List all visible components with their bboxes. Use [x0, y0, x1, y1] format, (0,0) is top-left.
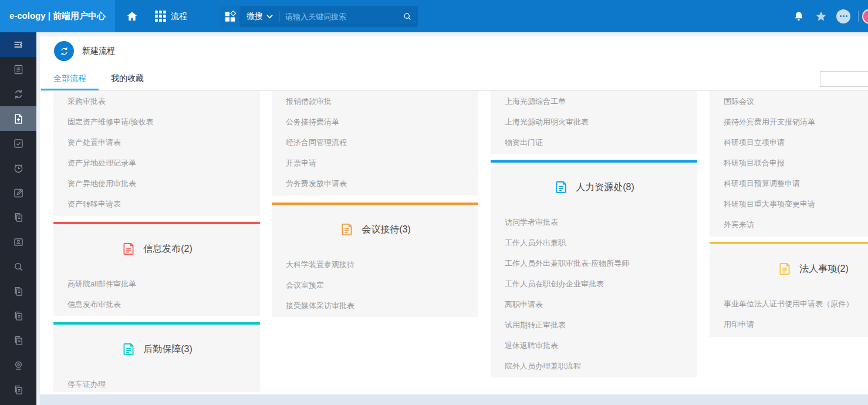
- process-link[interactable]: 接受媒体采访审批表: [272, 295, 478, 316]
- documents-copy-icon: [12, 211, 25, 224]
- more-options-icon[interactable]: [832, 9, 855, 23]
- process-link[interactable]: 外宾来访: [710, 214, 868, 235]
- tab-my-favorites[interactable]: 我的收藏: [99, 66, 156, 90]
- sidebar-item-documents-1[interactable]: [0, 205, 36, 230]
- sidebar-item-tasks[interactable]: [0, 131, 36, 156]
- sidebar-item-contacts[interactable]: [0, 230, 36, 254]
- category-header: 法人事项(2): [710, 244, 868, 293]
- process-link[interactable]: 开票申请: [272, 153, 478, 173]
- category-card-hr: 人力资源处(8) 访问学者审批表 工作人员外出兼职 工作人员外出兼职审批表-应物…: [491, 160, 697, 377]
- main-area: 新建流程 全部流程 我的收藏 采购审批表 固定资产维修申请/验收表 资产处置申请…: [36, 32, 868, 405]
- sidebar-item-document-list[interactable]: [0, 57, 36, 82]
- process-link[interactable]: 工作人员外出兼职审批表-应物所导师: [491, 253, 697, 274]
- search-scope-dropdown[interactable]: 微搜: [239, 11, 279, 22]
- search-scope-label: 微搜: [246, 11, 263, 22]
- process-link[interactable]: 上海光源动用明火审批表: [491, 112, 697, 132]
- process-link[interactable]: 公务接待费清单: [272, 112, 478, 132]
- process-link[interactable]: 工作人员外出兼职: [491, 232, 697, 253]
- search-input[interactable]: [279, 12, 397, 21]
- category-header: 人力资源处(8): [491, 163, 697, 212]
- tab-all-processes[interactable]: 全部流程: [41, 66, 99, 90]
- process-link[interactable]: 接待外宾费用开支报销清单: [710, 112, 868, 132]
- process-link[interactable]: 资产异地使用审批表: [53, 173, 260, 194]
- sidebar-item-documents-4[interactable]: [0, 328, 36, 353]
- task-check-icon: [12, 137, 25, 150]
- notifications-bell-icon[interactable]: [788, 11, 810, 22]
- tab-bar: 全部流程 我的收藏: [40, 66, 868, 91]
- process-link[interactable]: 工作人员在职创办企业审批表: [491, 274, 697, 294]
- sidebar: [0, 32, 36, 405]
- process-link[interactable]: 离职申请表: [491, 294, 697, 315]
- process-link[interactable]: 劳务费发放申请表: [272, 173, 478, 194]
- documents-copy-icon: [12, 335, 25, 347]
- process-link[interactable]: 科研项目立项申请: [710, 132, 868, 153]
- document-list-icon: [12, 63, 25, 76]
- process-link[interactable]: 上海光源综合工单: [491, 91, 697, 112]
- process-link[interactable]: 会议室预定: [272, 275, 478, 295]
- user-avatar[interactable]: [862, 9, 868, 24]
- category-header: 信息发布(2): [53, 224, 260, 274]
- topbar: e-cology | 前端用户中心 流程 微搜: [0, 0, 868, 32]
- process-link[interactable]: 采购审批表: [53, 91, 260, 112]
- sidebar-item-documents-2[interactable]: [0, 279, 36, 303]
- nav-workflow[interactable]: 流程: [153, 11, 190, 22]
- process-link[interactable]: 经济合同管理流程: [272, 132, 478, 153]
- process-link[interactable]: 试用期转正审批表: [491, 315, 697, 335]
- process-link[interactable]: 固定资产维修申请/验收表: [53, 112, 260, 132]
- edit-icon: [12, 187, 25, 199]
- process-link[interactable]: 退休返聘审批表: [491, 335, 697, 356]
- process-link[interactable]: 院外人员办理兼职流程: [491, 356, 697, 376]
- documents-copy-icon: [12, 384, 25, 396]
- process-link[interactable]: 资产转移申请表: [53, 194, 260, 214]
- process-link[interactable]: 信息发布审批表: [53, 294, 260, 315]
- process-list-content: 采购审批表 固定资产维修申请/验收表 资产处置申请表 资产异地处理记录单 资产异…: [40, 91, 868, 392]
- category-header: 会议接待(3): [272, 205, 478, 254]
- micro-apps-icon[interactable]: [220, 6, 239, 27]
- sidebar-item-documents-3[interactable]: [0, 303, 36, 328]
- page-title: 新建流程: [82, 46, 115, 56]
- process-link[interactable]: 资产异地处理记录单: [53, 153, 260, 173]
- process-link[interactable]: 事业单位法人证书使用申请表（原件）: [710, 293, 868, 314]
- bottom-scroll-strip[interactable]: [40, 394, 868, 405]
- favorites-star-icon[interactable]: [810, 10, 832, 23]
- category-card-meeting: 会议接待(3) 大科学装置参观接待 会议室预定 接受媒体采访审批表: [272, 203, 478, 317]
- document-icon: [121, 342, 136, 357]
- process-link[interactable]: 报销借款审批: [272, 91, 478, 112]
- category-card-logistics: 后勤保障(3) 停车证办理: [53, 322, 260, 392]
- category-card-information: 信息发布(2) 高研院all邮件审批单 信息发布审批表: [53, 222, 260, 316]
- search-icon: [12, 261, 25, 273]
- process-link[interactable]: 访问学者审批表: [491, 212, 697, 232]
- document-icon: [777, 261, 792, 276]
- process-link[interactable]: 国际会议: [710, 91, 868, 112]
- app-logo[interactable]: e-cology | 前端用户中心: [0, 0, 115, 32]
- document-icon: [553, 180, 569, 195]
- topbar-divider: [858, 11, 859, 22]
- sync-icon: [12, 88, 25, 100]
- process-link[interactable]: 用印申请: [710, 314, 868, 335]
- sidebar-item-search[interactable]: [0, 254, 36, 279]
- category-title: 后勤保障(3): [143, 343, 192, 356]
- search-icon[interactable]: [397, 11, 418, 22]
- sidebar-item-documents-5[interactable]: [0, 377, 36, 402]
- workflow-sync-icon: [54, 41, 74, 61]
- process-link[interactable]: 物资出门证: [491, 132, 697, 153]
- sidebar-collapse-button[interactable]: [0, 32, 36, 57]
- process-link[interactable]: 停车证办理: [53, 374, 260, 392]
- process-card: 采购审批表 固定资产维修申请/验收表 资产处置申请表 资产异地处理记录单 资产异…: [53, 91, 260, 216]
- process-link[interactable]: 科研项目联合申报: [710, 153, 868, 173]
- chevron-down-icon: [266, 14, 273, 19]
- id-card-icon: [12, 236, 25, 248]
- sidebar-item-sync[interactable]: [0, 82, 36, 106]
- sidebar-item-monitor[interactable]: [0, 353, 36, 377]
- process-link[interactable]: 科研项目重大事项变更申请: [710, 194, 868, 214]
- process-link[interactable]: 大科学装置参观接待: [272, 254, 478, 275]
- home-button[interactable]: [123, 10, 141, 23]
- process-link[interactable]: 资产处置申请表: [53, 132, 260, 153]
- process-link[interactable]: 高研院all邮件审批单: [53, 274, 260, 294]
- process-link[interactable]: 科研项目预算调整申请: [710, 173, 868, 194]
- category-title: 人力资源处(8): [576, 181, 634, 194]
- sidebar-item-new-workflow[interactable]: [0, 106, 36, 131]
- process-filter-input[interactable]: [820, 71, 868, 87]
- sidebar-item-pending[interactable]: [0, 156, 36, 180]
- sidebar-item-drafts[interactable]: [0, 180, 36, 205]
